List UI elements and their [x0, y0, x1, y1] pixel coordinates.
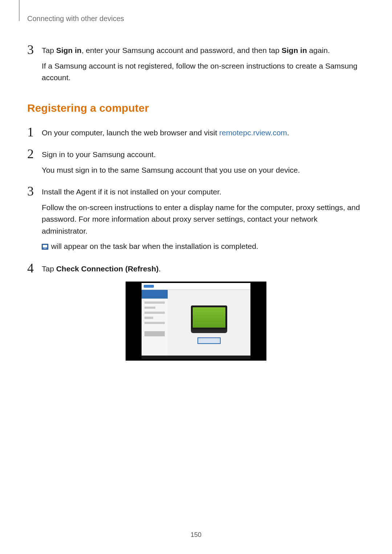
- bold-sign-in-1: Sign in: [56, 46, 82, 54]
- figure-sidebar-chip: [144, 331, 165, 336]
- figure-main-area: [168, 290, 250, 359]
- step-body: Tap Check Connection (Refresh).: [42, 263, 365, 275]
- text-fragment: .: [159, 264, 161, 273]
- step-number: 2: [27, 147, 42, 160]
- step-number: 4: [27, 262, 42, 275]
- bold-check-connection: Check Connection (Refresh): [56, 264, 159, 273]
- svg-rect-2: [44, 248, 46, 249]
- step-body: Tap Sign in, enter your Samsung account …: [42, 45, 365, 84]
- figure-sidebar-line: [144, 307, 155, 309]
- figure-laptop-icon: [191, 305, 227, 333]
- svg-rect-1: [43, 245, 47, 247]
- step-1: 1 On your computer, launch the web brows…: [27, 127, 365, 139]
- step-signin: 3 Tap Sign in, enter your Samsung accoun…: [27, 45, 365, 84]
- step-body: Sign in to your Samsung account. You mus…: [42, 149, 365, 176]
- text-paragraph: If a Samsung account is not registered, …: [42, 60, 365, 84]
- figure-sidebar: [142, 290, 168, 359]
- text-fragment: .: [287, 128, 289, 137]
- agent-tray-icon: [42, 241, 48, 253]
- text-fragment: Tap: [42, 264, 56, 273]
- figure-sidebar-active: [142, 290, 168, 299]
- text-paragraph: You must sign in to the same Samsung acc…: [42, 164, 365, 176]
- text-fragment: On your computer, launch the web browser…: [42, 128, 219, 137]
- figure-sidebar-line: [144, 317, 153, 319]
- tablet-screen: [142, 283, 250, 359]
- link-remotepc[interactable]: remotepc.rview.com: [219, 128, 287, 137]
- bold-sign-in-2: Sign in: [282, 46, 307, 54]
- section-header: Connecting with other devices: [27, 15, 365, 23]
- heading-registering-computer: Registering a computer: [27, 102, 365, 114]
- step-number: 3: [27, 185, 42, 198]
- page-number: 150: [0, 531, 392, 539]
- step-number: 3: [27, 43, 42, 56]
- figure-sidebar-line: [144, 322, 165, 324]
- tablet-screenshot-figure: [126, 282, 266, 361]
- header-rule: [19, 0, 20, 21]
- figure-sidebar-line: [144, 312, 165, 314]
- text-paragraph: Install the Agent if it is not installed…: [42, 186, 365, 198]
- text-fragment: again.: [307, 46, 330, 54]
- text-paragraph: Sign in to your Samsung account.: [42, 149, 365, 161]
- figure-logo-chip: [144, 285, 154, 288]
- text-fragment: , enter your Samsung account and passwor…: [82, 46, 282, 54]
- figure-sidebar-line: [144, 301, 165, 304]
- step-body: On your computer, launch the web browser…: [42, 127, 365, 139]
- figure-bottom-bar: [142, 356, 250, 359]
- figure-topbar: [142, 283, 250, 290]
- step-2: 2 Sign in to your Samsung account. You m…: [27, 149, 365, 176]
- step-3: 3 Install the Agent if it is not install…: [27, 186, 365, 253]
- step-body: Install the Agent if it is not installed…: [42, 186, 365, 253]
- step-number: 1: [27, 126, 42, 139]
- text-fragment: will appear on the task bar when the ins…: [49, 242, 258, 250]
- text-paragraph: Follow the on-screen instructions to ent…: [42, 202, 365, 237]
- figure-check-connection-button: [197, 337, 221, 344]
- text-fragment: Tap: [42, 46, 56, 54]
- step-4: 4 Tap Check Connection (Refresh).: [27, 263, 365, 275]
